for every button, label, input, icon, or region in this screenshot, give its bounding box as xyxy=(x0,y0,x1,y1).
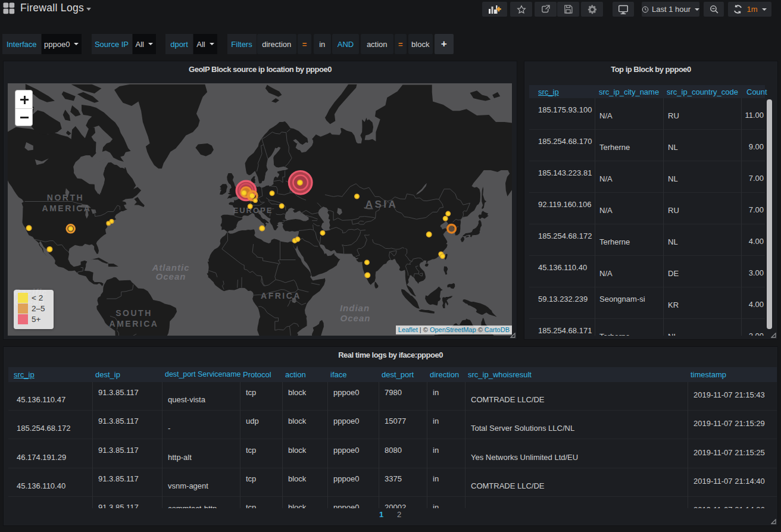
svg-text:SOUTH: SOUTH xyxy=(115,308,152,318)
svg-text:ASIA: ASIA xyxy=(365,199,398,210)
svg-text:Indian: Indian xyxy=(340,303,370,313)
svg-text:AMERICA: AMERICA xyxy=(110,319,159,328)
svg-text:Ocean: Ocean xyxy=(156,271,186,281)
svg-text:AFRICA: AFRICA xyxy=(261,291,301,301)
svg-text:AMERICA: AMERICA xyxy=(42,204,92,213)
svg-text:Ocean: Ocean xyxy=(340,313,371,323)
svg-text:NORTH: NORTH xyxy=(47,193,84,202)
svg-text:EUROPE: EUROPE xyxy=(233,206,273,215)
